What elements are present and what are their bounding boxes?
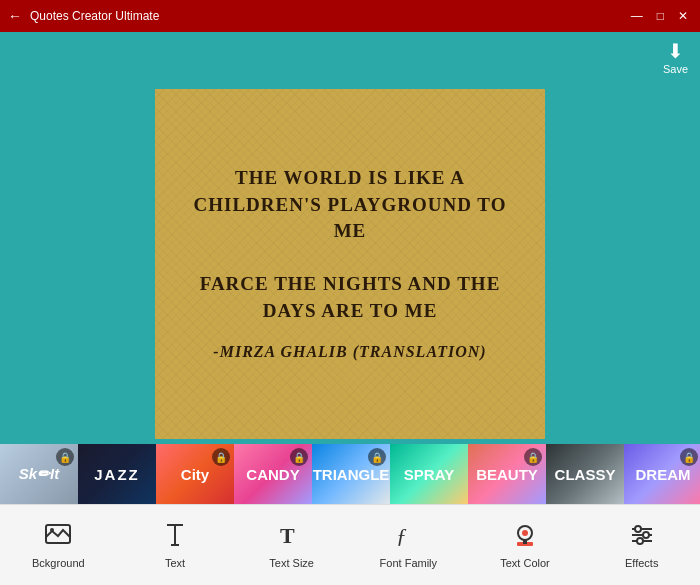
text-size-icon: T — [278, 521, 306, 553]
theme-label-dream: DREAM — [636, 466, 691, 483]
theme-item-spray[interactable]: SPRAY — [390, 444, 468, 504]
text-color-icon — [511, 521, 539, 553]
theme-item-dream[interactable]: DREAM🔒 — [624, 444, 700, 504]
quote-attribution: -MIRZA GHALIB (TRANSLATION) — [194, 341, 507, 363]
svg-point-12 — [635, 526, 641, 532]
theme-item-classy[interactable]: CLASSY — [546, 444, 624, 504]
tab-text[interactable]: Text — [117, 505, 234, 585]
theme-item-jazz[interactable]: JAZZ — [78, 444, 156, 504]
theme-label-sketchit: Sk✏It — [19, 465, 60, 483]
back-button[interactable]: ← — [8, 8, 22, 24]
quote-text: THE WORLD IS LIKE A CHILDREN'S PLAYGROUN… — [164, 145, 537, 383]
svg-rect-10 — [523, 540, 527, 544]
theme-label-triangle: TRIANGLE — [313, 466, 390, 483]
theme-item-beauty[interactable]: BEAUTY🔒 — [468, 444, 546, 504]
title-bar-left: ← Quotes Creator Ultimate — [8, 8, 159, 24]
quote-line3: ME — [334, 220, 367, 241]
tab-label-font-family: Font Family — [380, 557, 437, 569]
tab-label-text-size: Text Size — [269, 557, 314, 569]
lock-icon: 🔒 — [524, 448, 542, 466]
tab-text-size[interactable]: T Text Size — [233, 505, 350, 585]
theme-label-candy: CANDY — [246, 466, 299, 483]
tab-label-effects: Effects — [625, 557, 658, 569]
effects-icon — [628, 521, 656, 553]
theme-item-triangle[interactable]: TRIANGLE🔒 — [312, 444, 390, 504]
window-controls: — □ ✕ — [627, 9, 692, 23]
tab-background[interactable]: Bckground — [0, 505, 117, 585]
save-icon: ⬇ — [667, 41, 684, 61]
close-button[interactable]: ✕ — [674, 9, 692, 23]
svg-point-1 — [50, 528, 54, 532]
lock-icon: 🔒 — [680, 448, 698, 466]
background-icon — [44, 521, 72, 553]
tab-text-color[interactable]: Text Color — [467, 505, 584, 585]
svg-point-8 — [522, 530, 528, 536]
lock-icon: 🔒 — [290, 448, 308, 466]
theme-label-spray: SPRAY — [404, 466, 454, 483]
save-button[interactable]: ⬇ Save — [663, 41, 688, 75]
quote-line1: THE WORLD IS LIKE A — [235, 167, 465, 188]
theme-strip: Sk✏It🔒JAZZCity🔒CANDY🔒TRIANGLE🔒SPRAYBEAUT… — [0, 444, 700, 504]
theme-item-candy[interactable]: CANDY🔒 — [234, 444, 312, 504]
tab-effects[interactable]: Effects — [583, 505, 700, 585]
title-bar: ← Quotes Creator Ultimate — □ ✕ — [0, 0, 700, 32]
svg-text:T: T — [280, 523, 295, 548]
quote-line2: CHILDREN'S PLAYGROUND TO — [194, 194, 507, 215]
canvas-area: THE WORLD IS LIKE A CHILDREN'S PLAYGROUN… — [0, 84, 700, 444]
lock-icon: 🔒 — [212, 448, 230, 466]
quote-line5: DAYS ARE TO ME — [263, 300, 438, 321]
tab-label-background: Bckground — [32, 557, 85, 569]
theme-label-beauty: BEAUTY — [476, 466, 538, 483]
quote-canvas[interactable]: THE WORLD IS LIKE A CHILDREN'S PLAYGROUN… — [155, 89, 545, 439]
bottom-tabs: Bckground Text T Text Size ƒ Font Family… — [0, 504, 700, 585]
tab-label-text: Text — [165, 557, 185, 569]
svg-text:ƒ: ƒ — [396, 523, 407, 548]
tab-font-family[interactable]: ƒ Font Family — [350, 505, 467, 585]
text-icon — [161, 521, 189, 553]
font-family-icon: ƒ — [394, 521, 422, 553]
theme-label-jazz: JAZZ — [94, 466, 140, 483]
maximize-button[interactable]: □ — [653, 9, 668, 23]
save-label: Save — [663, 63, 688, 75]
quote-line4: FARCE THE NIGHTS AND THE — [200, 273, 501, 294]
tab-label-text-color: Text Color — [500, 557, 550, 569]
theme-item-city[interactable]: City🔒 — [156, 444, 234, 504]
lock-icon: 🔒 — [56, 448, 74, 466]
toolbar: ⬇ Save — [0, 32, 700, 84]
theme-item-sketchit[interactable]: Sk✏It🔒 — [0, 444, 78, 504]
app-title: Quotes Creator Ultimate — [30, 9, 159, 23]
theme-label-classy: CLASSY — [555, 466, 616, 483]
svg-point-16 — [637, 538, 643, 544]
minimize-button[interactable]: — — [627, 9, 647, 23]
lock-icon: 🔒 — [368, 448, 386, 466]
svg-point-14 — [643, 532, 649, 538]
theme-label-city: City — [181, 466, 209, 483]
